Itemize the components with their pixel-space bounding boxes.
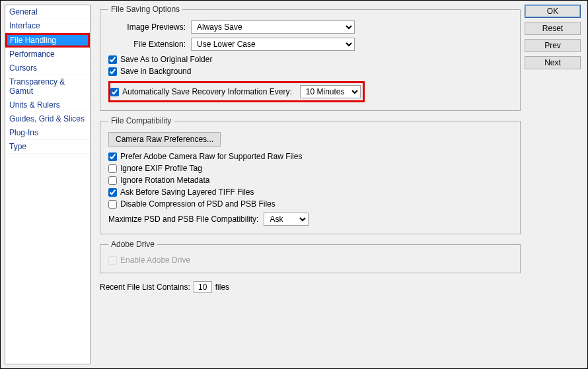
recent-file-suffix: files bbox=[215, 283, 229, 292]
disable-compression-label: Disable Compression of PSD and PSB Files bbox=[120, 199, 276, 209]
enable-adobe-drive-checkbox bbox=[108, 256, 117, 265]
recent-file-count-input[interactable] bbox=[194, 281, 212, 293]
main-panel: File Saving Options Image Previews: Alwa… bbox=[91, 5, 521, 364]
recent-file-list-row: Recent File List Contains: files bbox=[100, 281, 521, 293]
category-sidebar: General Interface File Handling Performa… bbox=[5, 5, 91, 364]
sidebar-item-type[interactable]: Type bbox=[5, 140, 90, 154]
ignore-rotation-checkbox[interactable] bbox=[108, 176, 117, 185]
camera-raw-preferences-button[interactable]: Camera Raw Preferences... bbox=[108, 132, 221, 147]
preferences-dialog: General Interface File Handling Performa… bbox=[0, 0, 588, 369]
ask-layered-tiff-label: Ask Before Saving Layered TIFF Files bbox=[120, 187, 254, 197]
sidebar-item-general[interactable]: General bbox=[5, 5, 90, 19]
prefer-camera-raw-label: Prefer Adobe Camera Raw for Supported Ra… bbox=[120, 152, 302, 161]
auto-save-recovery-highlight: Automatically Save Recovery Information … bbox=[108, 81, 365, 102]
auto-save-recovery-label: Automatically Save Recovery Information … bbox=[122, 87, 292, 96]
ignore-rotation-label: Ignore Rotation Metadata bbox=[120, 176, 209, 185]
save-as-original-checkbox[interactable] bbox=[108, 55, 117, 64]
save-in-background-checkbox[interactable] bbox=[108, 67, 117, 76]
image-previews-label: Image Previews: bbox=[108, 22, 186, 32]
file-extension-label: File Extension: bbox=[108, 40, 186, 49]
adobe-drive-legend: Adobe Drive bbox=[108, 240, 157, 249]
auto-save-recovery-checkbox[interactable] bbox=[110, 88, 119, 96]
sidebar-item-transparency-gamut[interactable]: Transparency & Gamut bbox=[5, 75, 90, 98]
adobe-drive-group: Adobe Drive Enable Adobe Drive bbox=[100, 240, 521, 273]
file-extension-select[interactable]: Use Lower Case bbox=[191, 38, 355, 51]
save-as-original-label: Save As to Original Folder bbox=[120, 55, 212, 64]
sidebar-item-interface[interactable]: Interface bbox=[5, 19, 90, 33]
file-compatibility-group: File Compatibility Camera Raw Preference… bbox=[100, 116, 521, 234]
sidebar-item-plugins[interactable]: Plug-Ins bbox=[5, 126, 90, 140]
file-saving-legend: File Saving Options bbox=[108, 5, 182, 14]
ignore-exif-label: Ignore EXIF Profile Tag bbox=[120, 164, 202, 173]
ask-layered-tiff-checkbox[interactable] bbox=[108, 188, 117, 197]
next-button[interactable]: Next bbox=[525, 56, 581, 69]
file-compat-legend: File Compatibility bbox=[108, 116, 174, 125]
recent-file-label: Recent File List Contains: bbox=[100, 283, 190, 292]
sidebar-item-file-handling[interactable]: File Handling bbox=[5, 33, 90, 48]
disable-compression-checkbox[interactable] bbox=[108, 200, 117, 209]
sidebar-item-units-rulers[interactable]: Units & Rulers bbox=[5, 98, 90, 112]
enable-adobe-drive-label: Enable Adobe Drive bbox=[120, 255, 190, 265]
sidebar-item-cursors[interactable]: Cursors bbox=[5, 61, 90, 75]
prev-button[interactable]: Prev bbox=[525, 39, 581, 52]
dialog-body: General Interface File Handling Performa… bbox=[1, 1, 525, 368]
dialog-button-column: OK Reset Prev Next bbox=[525, 1, 587, 368]
sidebar-item-performance[interactable]: Performance bbox=[5, 48, 90, 61]
save-in-background-label: Save in Background bbox=[120, 67, 191, 76]
file-saving-options-group: File Saving Options Image Previews: Alwa… bbox=[100, 5, 521, 111]
ok-button[interactable]: OK bbox=[525, 5, 581, 18]
max-compat-select[interactable]: Ask bbox=[264, 213, 309, 226]
prefer-camera-raw-checkbox[interactable] bbox=[108, 152, 117, 161]
image-previews-select[interactable]: Always Save bbox=[191, 20, 355, 34]
max-compat-label: Maximize PSD and PSB File Compatibility: bbox=[108, 215, 258, 224]
auto-save-interval-select[interactable]: 10 Minutes bbox=[300, 85, 361, 98]
reset-button[interactable]: Reset bbox=[525, 22, 581, 35]
ignore-exif-checkbox[interactable] bbox=[108, 164, 117, 173]
sidebar-item-guides-grid-slices[interactable]: Guides, Grid & Slices bbox=[5, 112, 90, 126]
